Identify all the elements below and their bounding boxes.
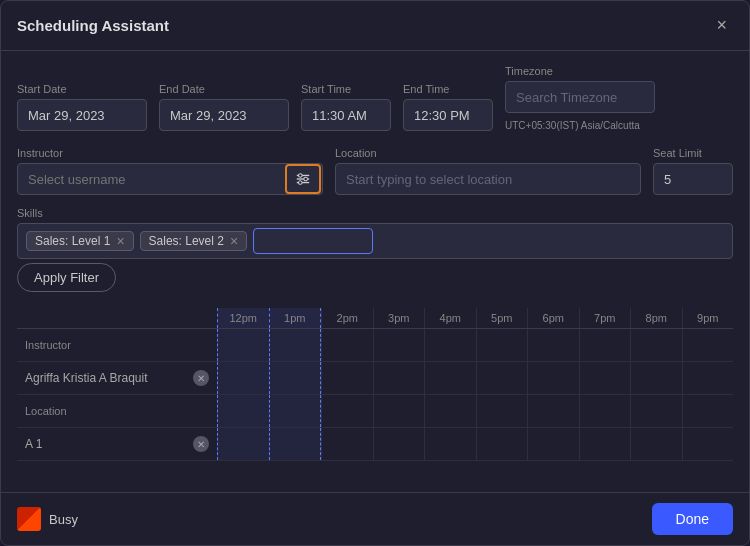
- data-cell-r1c7: [579, 428, 631, 460]
- instructor-row: Agriffa Kristia A Braquit ✕: [17, 362, 733, 395]
- time-cell-6pm: 6pm: [527, 308, 579, 328]
- busy-label: Busy: [49, 512, 78, 527]
- data-cell-l9: [682, 395, 734, 427]
- data-cell-i7: [579, 329, 631, 361]
- data-cell-r0c9: [682, 362, 734, 394]
- end-time-input[interactable]: [403, 99, 493, 131]
- data-cell-i5: [476, 329, 528, 361]
- svg-point-5: [299, 181, 303, 185]
- apply-filter-button[interactable]: Apply Filter: [17, 263, 116, 292]
- data-cell-i8: [630, 329, 682, 361]
- timezone-label: Timezone: [505, 65, 655, 77]
- time-cell-9pm: 9pm: [682, 308, 734, 328]
- data-cell-r1c8: [630, 428, 682, 460]
- location-input[interactable]: [335, 163, 641, 195]
- instructor-row-label: Agriffa Kristia A Braquit ✕: [17, 364, 217, 392]
- schedule-section: 12pm 1pm 2pm 3pm 4pm 5pm 6pm 7pm 8pm 9pm…: [17, 308, 733, 478]
- end-time-label: End Time: [403, 83, 493, 95]
- start-date-label: Start Date: [17, 83, 147, 95]
- data-cell-l2: [321, 395, 373, 427]
- seat-limit-field: Seat Limit: [653, 147, 733, 195]
- start-time-input[interactable]: [301, 99, 391, 131]
- start-time-field: Start Time: [301, 83, 391, 131]
- skills-label: Skills: [17, 207, 733, 219]
- data-cell-l4: [424, 395, 476, 427]
- time-cell-2pm: 2pm: [321, 308, 373, 328]
- skills-section: Skills Sales: Level 1 × Sales: Level 2 ×…: [17, 207, 733, 292]
- data-cell-r1c6: [527, 428, 579, 460]
- dates-times-row: Start Date End Date Start Time End Time …: [17, 65, 733, 131]
- done-button[interactable]: Done: [652, 503, 733, 535]
- instructor-field: Instructor: [17, 147, 323, 195]
- filter-icon: [295, 171, 311, 187]
- time-header-row: 12pm 1pm 2pm 3pm 4pm 5pm 6pm 7pm 8pm 9pm: [17, 308, 733, 329]
- skill-tag-2: Sales: Level 2 ×: [140, 231, 248, 251]
- time-cell-5pm: 5pm: [476, 308, 528, 328]
- location-section-label: Location: [17, 399, 217, 423]
- location-remove-icon[interactable]: ✕: [193, 436, 209, 452]
- close-button[interactable]: ×: [710, 13, 733, 38]
- data-cell-i2: [321, 329, 373, 361]
- data-cell-r1c3: [373, 428, 425, 460]
- scheduling-assistant-dialog: Scheduling Assistant × Start Date End Da…: [0, 0, 750, 546]
- data-cell-r0c0: [217, 362, 269, 394]
- end-date-label: End Date: [159, 83, 289, 95]
- data-cell-r0c3: [373, 362, 425, 394]
- data-cell-l3: [373, 395, 425, 427]
- location-row: A 1 ✕: [17, 428, 733, 461]
- timezone-field: Timezone UTC+05:30(IST) Asia/Calcutta: [505, 65, 655, 131]
- instructor-filter-button[interactable]: [285, 164, 321, 194]
- start-date-input[interactable]: [17, 99, 147, 131]
- skills-text-input[interactable]: [253, 228, 373, 254]
- data-cell-l1: [269, 395, 322, 427]
- busy-color-box: [17, 507, 41, 531]
- skill-tag-1-close[interactable]: ×: [116, 234, 124, 248]
- start-time-label: Start Time: [301, 83, 391, 95]
- time-cell-3pm: 3pm: [373, 308, 425, 328]
- time-cell-12pm: 12pm: [217, 308, 269, 328]
- data-cell-i1: [269, 329, 322, 361]
- data-cell-r0c7: [579, 362, 631, 394]
- data-cell-r1c4: [424, 428, 476, 460]
- data-cell-l8: [630, 395, 682, 427]
- data-cell-l7: [579, 395, 631, 427]
- data-cell-r1c2: [321, 428, 373, 460]
- data-cell-r1c5: [476, 428, 528, 460]
- skill-tag-2-close[interactable]: ×: [230, 234, 238, 248]
- location-row-data-cells: [217, 428, 733, 460]
- skills-input-wrap: Sales: Level 1 × Sales: Level 2 ×: [17, 223, 733, 259]
- data-cell-r1c1: [269, 428, 322, 460]
- instructor-location-row: Instructor: [17, 147, 733, 195]
- data-cell-i3: [373, 329, 425, 361]
- data-cell-r1c0: [217, 428, 269, 460]
- end-date-input[interactable]: [159, 99, 289, 131]
- location-section-row: Location: [17, 395, 733, 428]
- instructor-section-label: Instructor: [17, 333, 217, 357]
- time-cell-1pm: 1pm: [269, 308, 322, 328]
- time-cell-4pm: 4pm: [424, 308, 476, 328]
- seat-limit-label: Seat Limit: [653, 147, 733, 159]
- instructor-label: Instructor: [17, 147, 323, 159]
- timezone-sub-text: UTC+05:30(IST) Asia/Calcutta: [505, 120, 655, 131]
- data-cell-r1c9: [682, 428, 734, 460]
- seat-limit-input[interactable]: [653, 163, 733, 195]
- dialog-header: Scheduling Assistant ×: [1, 1, 749, 51]
- busy-legend: Busy: [17, 507, 78, 531]
- instructor-section-data-cells: [217, 329, 733, 361]
- start-date-field: Start Date: [17, 83, 147, 131]
- instructor-remove-icon[interactable]: ✕: [193, 370, 209, 386]
- instructor-section-row: Instructor: [17, 329, 733, 362]
- data-cell-i6: [527, 329, 579, 361]
- data-cell-r0c6: [527, 362, 579, 394]
- end-date-field: End Date: [159, 83, 289, 131]
- data-cell-i0: [217, 329, 269, 361]
- data-cell-r0c5: [476, 362, 528, 394]
- schedule-grid: 12pm 1pm 2pm 3pm 4pm 5pm 6pm 7pm 8pm 9pm…: [17, 308, 733, 461]
- instructor-row-data-cells: [217, 362, 733, 394]
- timezone-input[interactable]: [505, 81, 655, 113]
- instructor-input[interactable]: [18, 166, 285, 193]
- time-cell-7pm: 7pm: [579, 308, 631, 328]
- time-cell-8pm: 8pm: [630, 308, 682, 328]
- end-time-field: End Time: [403, 83, 493, 131]
- dialog-footer: Busy Done: [1, 492, 749, 545]
